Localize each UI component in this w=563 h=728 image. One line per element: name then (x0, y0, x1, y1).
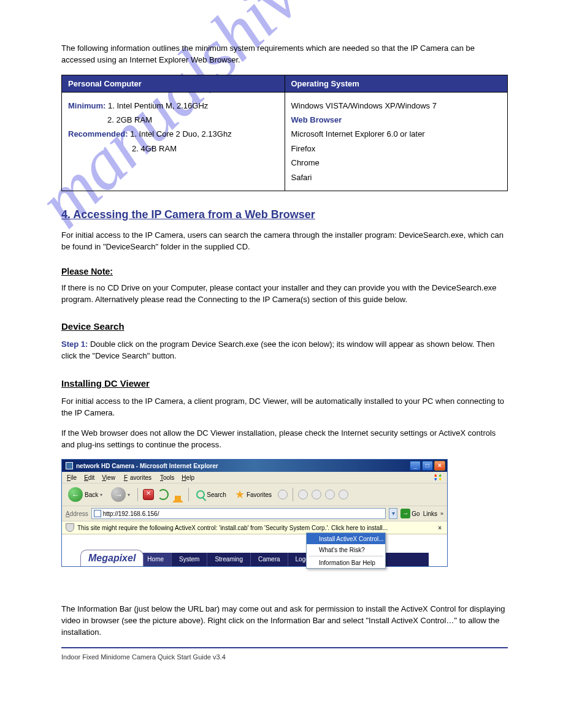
infobar-text: This site might require the following Ac… (77, 525, 388, 531)
toolbar-separator (293, 488, 293, 501)
go-label: Go (412, 510, 419, 517)
search-button[interactable]: Search (194, 489, 229, 500)
table-cell-os: Windows VISTA/Windows XP/Windows 7 Web B… (285, 92, 508, 191)
go-button[interactable]: → Go (400, 509, 419, 518)
window-minimize-button[interactable]: _ (410, 461, 421, 471)
table-header-os: Operating System (285, 75, 508, 92)
messenger-button[interactable] (339, 490, 348, 499)
system-requirements-table: Personal Computer Operating System Minim… (61, 75, 508, 191)
ie-page-content: Megapixel Home System Streaming Camera L… (62, 534, 447, 566)
os-line-1: Windows VISTA/Windows XP/Windows 7 (291, 99, 502, 113)
os-line-chrome: Chrome (291, 156, 502, 170)
search-label: Search (207, 491, 226, 498)
nav-home[interactable]: Home (140, 553, 172, 566)
pc-rec-1: 1. Intel Core 2 Duo, 2.13Ghz (130, 129, 231, 138)
back-arrow-icon: ← (68, 487, 83, 502)
final-paragraph: The Information Bar (just below the URL … (61, 604, 508, 639)
page-icon (94, 510, 101, 517)
menu-divider (308, 556, 383, 556)
address-input[interactable]: http://192.168.6.156/ (91, 508, 386, 519)
go-arrow-icon: → (400, 509, 410, 518)
ie-app-icon (66, 462, 73, 469)
print-button[interactable] (312, 490, 321, 499)
search-icon (196, 490, 205, 499)
menu-help[interactable]: Help (180, 474, 196, 482)
menu-favorites-label: avorites (129, 474, 153, 482)
installing-dcviewer-heading: Installing DC Viewer (61, 378, 508, 389)
shield-icon (66, 523, 74, 532)
ie-titlebar[interactable]: network HD Camera - Microsoft Internet E… (62, 460, 447, 472)
ie-window-screenshot: network HD Camera - Microsoft Internet E… (61, 459, 448, 567)
please-note-heading: Please Note: (61, 267, 508, 276)
footer-text: Indoor Fixed Minidome Camera Quick Start… (61, 653, 508, 661)
step1-text: Double click on the program Device Searc… (61, 339, 494, 360)
device-search-heading: Device Search (61, 321, 508, 332)
section-4-title: 4. Accessing the IP Camera from a Web Br… (61, 208, 508, 221)
megapixel-logo: Megapixel (80, 550, 144, 566)
back-button[interactable]: ← Back ▾ (66, 486, 105, 503)
pc-rec-2: 2. 4GB RAM (68, 142, 278, 156)
pc-min-1: 1. Intel Pentium M, 2.16GHz (108, 101, 208, 110)
please-note-body: If there is no CD Drive on your Computer… (61, 282, 508, 306)
infobar-context-menu: Install ActiveX Control... What's the Ri… (306, 533, 386, 569)
menu-whats-risk[interactable]: What's the Risk? (307, 544, 385, 555)
history-button[interactable] (278, 490, 288, 499)
menu-edit[interactable]: Edit (83, 474, 96, 482)
nav-streaming[interactable]: Streaming (207, 553, 251, 566)
table-header-pc: Personal Computer (62, 75, 285, 92)
ie-address-bar: Address http://192.168.6.156/ ▾ → Go Lin… (62, 506, 447, 521)
home-button[interactable] (172, 490, 183, 502)
ie-information-bar[interactable]: This site might require the following Ac… (62, 521, 447, 534)
star-icon: ★ (235, 490, 245, 499)
pc-min-2: 2. 2GB RAM (68, 113, 278, 127)
table-cell-pc: Minimum: 1. Intel Pentium M, 2.16GHz 2. … (62, 92, 285, 191)
menu-install-activex[interactable]: Install ActiveX Control... (307, 533, 385, 544)
menu-view[interactable]: View (101, 474, 117, 482)
os-line-browser-heading: Web Browser (291, 113, 502, 127)
intro-paragraph: The following information outlines the m… (61, 43, 508, 66)
mail-button[interactable] (298, 490, 308, 499)
step1-label: Step 1: (61, 339, 88, 349)
menu-tools[interactable]: Tools (159, 474, 175, 482)
dcviewer-note: If the Web browser does not allow the DC… (61, 428, 508, 451)
os-line-firefox: Firefox (291, 142, 502, 156)
links-label[interactable]: Links (423, 510, 437, 517)
os-line-ie: Microsoft Internet Explorer 6.0 or later (291, 127, 502, 141)
ie-menubar[interactable]: File Edit View Favorites Tools Help (62, 472, 447, 483)
address-dropdown-button[interactable]: ▾ (389, 508, 397, 519)
edit-button[interactable] (325, 490, 335, 499)
ie-window-title: network HD Camera - Microsoft Internet E… (76, 463, 408, 469)
address-value: http://192.168.6.156/ (103, 510, 159, 517)
nav-camera[interactable]: Camera (251, 553, 288, 566)
nav-system[interactable]: System (172, 553, 207, 566)
toolbar-separator (137, 488, 138, 501)
menu-favorites[interactable]: Favorites (121, 474, 154, 482)
menu-file[interactable]: File (66, 474, 78, 482)
back-label: Back (85, 491, 98, 498)
window-close-button[interactable]: × (434, 461, 445, 471)
label-recommended: Recommended: (68, 129, 128, 138)
device-search-step1: Step 1: Double click on the program Devi… (61, 339, 508, 362)
stop-button[interactable] (143, 489, 154, 500)
dcviewer-para: For initial access to the IP Camera, a c… (61, 396, 508, 419)
toolbar-separator (188, 488, 189, 501)
menu-info-bar-help[interactable]: Information Bar Help (307, 557, 385, 568)
label-minimum: Minimum: (68, 101, 105, 110)
forward-button[interactable]: → ▾ (109, 486, 132, 503)
forward-dropdown-icon[interactable]: ▾ (128, 492, 130, 498)
footer-divider (61, 647, 508, 648)
chevron-right-icon[interactable]: » (440, 510, 443, 517)
forward-arrow-icon: → (111, 487, 126, 502)
back-dropdown-icon[interactable]: ▾ (100, 492, 102, 498)
favorites-button[interactable]: ★ Favorites (232, 488, 274, 501)
ie-toolbar: ← Back ▾ → ▾ Search ★ (62, 483, 447, 506)
infobar-close-button[interactable]: × (436, 525, 443, 531)
refresh-button[interactable] (158, 489, 169, 500)
section-4-paragraph: For initial access to the IP Camera, use… (61, 230, 508, 253)
window-maximize-button[interactable]: □ (422, 461, 433, 471)
address-label: Address (66, 510, 88, 517)
os-line-safari: Safari (291, 170, 502, 184)
ie-throbber-icon (432, 473, 443, 482)
favorites-label: Favorites (247, 491, 272, 498)
